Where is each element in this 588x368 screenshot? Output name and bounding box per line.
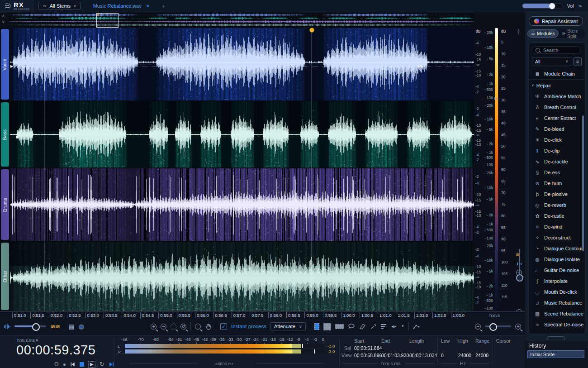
vertical-zoom-slider[interactable] xyxy=(519,249,520,275)
process-mode-dropdown[interactable]: Attenuate ∨ xyxy=(270,322,306,330)
module-item-mouth-de-click[interactable]: ◡Mouth De-click xyxy=(529,287,585,297)
spectrogram-drums[interactable] xyxy=(10,168,474,241)
repair-assistant-button[interactable]: Repair Assistant xyxy=(529,16,583,26)
bass-gain-handle[interactable]: ▶ xyxy=(16,135,19,139)
blend-knob[interactable] xyxy=(32,323,40,331)
zoom-out-icon[interactable]: − xyxy=(161,324,166,330)
zoom-selection-icon[interactable] xyxy=(171,324,176,330)
module-search-box[interactable] xyxy=(532,46,581,54)
tab-stem-split[interactable]: ⋔ Stem Split xyxy=(559,27,585,40)
h-zoom-knob[interactable] xyxy=(489,323,497,331)
blend-slider[interactable] xyxy=(14,325,46,327)
playhead-marker[interactable] xyxy=(309,28,314,33)
time-format-selector[interactable]: h:m:s.ms ▾ xyxy=(17,338,38,343)
lasso-tool-icon[interactable] xyxy=(348,323,355,330)
category-filter-dropdown[interactable]: All ∨ xyxy=(532,57,571,66)
loop-button[interactable]: ↻ xyxy=(100,361,104,368)
module-item-de-ess[interactable]: §De-ess xyxy=(529,167,585,178)
module-item-dialogue-contour[interactable]: ◔Dialogue Contour xyxy=(529,243,585,254)
tab-music-rebalance[interactable]: Music Rebalance.wav ✕ xyxy=(89,0,154,12)
overview-waveform[interactable] xyxy=(9,13,474,27)
overview-view-rectangle[interactable] xyxy=(96,13,119,28)
module-list-scrollbar[interactable] xyxy=(582,115,584,251)
module-item-de-plosive[interactable]: þDe-plosive xyxy=(529,189,585,200)
history-item[interactable]: Initial State xyxy=(527,350,584,358)
magic-wand-tool-icon[interactable] xyxy=(370,323,377,330)
module-item-de-click[interactable]: ✳De-click xyxy=(529,134,585,145)
magnify-tool-icon[interactable] xyxy=(195,324,201,330)
grab-tool-icon[interactable] xyxy=(205,323,212,330)
tab-close-icon[interactable]: ✕ xyxy=(146,4,150,9)
repair-section-header[interactable]: ∨Repair xyxy=(529,79,585,91)
module-item-de-clip[interactable]: ‖De-clip xyxy=(529,145,585,156)
search-input[interactable] xyxy=(542,47,577,53)
adjacent-bands-tool-icon[interactable] xyxy=(381,324,387,329)
module-item-de-rustle[interactable]: ✿De-rustle xyxy=(529,210,585,221)
new-tab-button[interactable]: + xyxy=(158,3,169,10)
zoom-reset-icon[interactable]: ↺ xyxy=(180,324,186,330)
vertical-zoom-knob[interactable] xyxy=(516,274,523,282)
time-frequency-selection-tool[interactable] xyxy=(323,323,331,330)
voice-gain-line[interactable] xyxy=(10,67,474,67)
module-item-de-wind[interactable]: ≋De-wind xyxy=(529,221,585,232)
segment-draw-tool-icon[interactable] xyxy=(413,323,420,330)
spectrogram-blend-icon[interactable]: ≋≋ xyxy=(50,323,60,330)
meter-bridge-icon[interactable]: ≈ xyxy=(577,3,583,10)
module-chain-item[interactable]: ≣Module Chain xyxy=(529,68,585,79)
h-zoom-out-icon[interactable]: − xyxy=(475,324,481,330)
spectrogram-other[interactable] xyxy=(10,242,474,311)
module-item-breath-control[interactable]: δBreath Control xyxy=(529,102,585,113)
voice-gain-handle-left[interactable]: ▶ xyxy=(10,65,13,68)
overview-collapse-icon[interactable]: ∧∨ xyxy=(2,13,5,24)
instant-process-label[interactable]: Instant process xyxy=(231,324,266,329)
meter-bar-right[interactable] xyxy=(125,349,324,354)
module-item-music-rebalance[interactable]: ♫Music Rebalance xyxy=(529,297,585,308)
overview-strip[interactable]: ∧∨ xyxy=(0,13,525,27)
module-item-de-reverb[interactable]: ◎De-reverb xyxy=(529,200,585,210)
collapse-handle-icon[interactable]: ( xyxy=(517,28,519,34)
module-item-spectral-de-noise[interactable]: ≈Spectral De-noise xyxy=(529,319,585,330)
stem-label-bass[interactable]: Bass xyxy=(1,102,9,167)
module-item-de-crackle[interactable]: ∿De-crackle xyxy=(529,156,585,167)
module-item-de-bleed[interactable]: ✎De-bleed xyxy=(529,124,585,134)
brush-tool-icon[interactable] xyxy=(359,323,366,330)
record-button[interactable]: ● xyxy=(63,361,66,368)
meter-bar-left[interactable] xyxy=(125,344,324,348)
h-zoom-slider[interactable] xyxy=(485,325,511,327)
waveform-blend-icon[interactable] xyxy=(4,324,10,330)
module-item-center-extract[interactable]: ◐Center Extract xyxy=(529,113,585,124)
time-ruler[interactable]: 0:51.00:51.50:52.00:52.50:53.00:53.50:54… xyxy=(0,311,525,319)
stop-button[interactable] xyxy=(80,362,84,367)
instant-process-checkbox[interactable]: ✓ xyxy=(220,323,227,330)
stem-label-drums[interactable]: Drums xyxy=(1,169,9,240)
h-zoom-in-icon[interactable]: + xyxy=(515,324,521,330)
feather-pen-tool-icon[interactable]: ✒ xyxy=(391,323,397,330)
module-item-deconstruct[interactable]: ✧Deconstruct xyxy=(529,232,585,243)
module-item-scene-rebalance[interactable]: ▦Scene Rebalance xyxy=(529,308,585,319)
play-selection-button[interactable] xyxy=(109,362,114,367)
time-selection-tool[interactable] xyxy=(314,323,319,330)
zoom-in-icon[interactable]: + xyxy=(151,324,156,330)
spectrogram-canvas-area[interactable]: ▶ ▶▶ ▶ ▶ xyxy=(10,28,474,311)
spectrogram-bass[interactable] xyxy=(10,101,474,167)
volume-slider[interactable] xyxy=(522,3,563,9)
spectrogram-voice[interactable] xyxy=(10,28,474,100)
voice-gain-handle-right[interactable]: ▶▶ xyxy=(418,65,423,68)
module-item-ambience-match[interactable]: ΨAmbience Match xyxy=(529,91,585,102)
play-button[interactable]: ▶ xyxy=(88,361,95,368)
module-item-dialogue-isolate[interactable]: ◍Dialogue Isolate xyxy=(529,254,585,265)
clipboard-icon[interactable]: ▤ xyxy=(68,323,74,330)
module-item-interpolate[interactable]: ∫Interpolate xyxy=(529,276,585,287)
drums-region-handle[interactable]: ▶ xyxy=(130,205,133,209)
frequency-selection-tool[interactable] xyxy=(335,324,344,329)
monitor-icon[interactable]: Ω xyxy=(54,361,59,368)
list-view-button[interactable]: ≡ xyxy=(574,57,582,66)
stem-label-other[interactable]: Other xyxy=(1,243,9,310)
module-item-guitar-de-noise[interactable]: ♩Guitar De-noise xyxy=(529,265,585,276)
tab-modules[interactable]: ☰ Modules xyxy=(527,29,559,38)
comment-icon[interactable]: ◍ xyxy=(79,323,84,330)
module-item-de-hum[interactable]: ⊘De-hum xyxy=(529,178,585,189)
stem-label-voice[interactable]: Voice xyxy=(1,29,9,100)
volume-knob[interactable] xyxy=(549,3,555,10)
tool-flyout-arrow-icon[interactable]: ▼ xyxy=(401,325,404,328)
